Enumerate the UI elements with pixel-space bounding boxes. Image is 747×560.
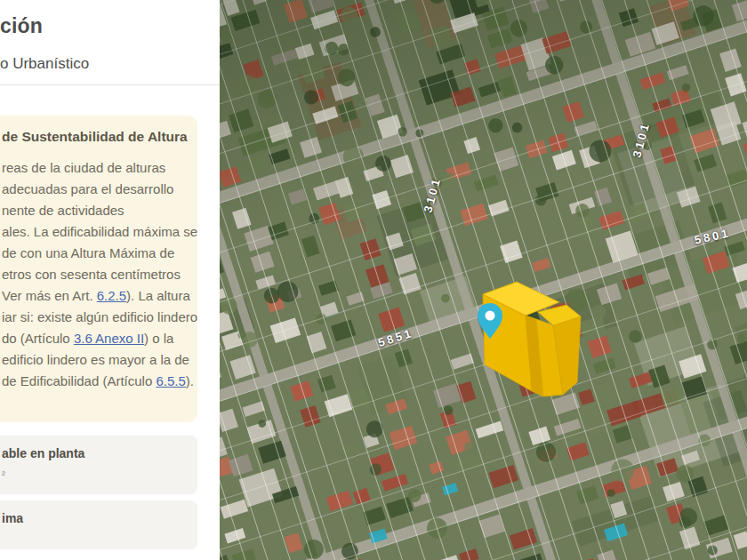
info-card-line: edificio lindero es mayor a la de [2, 349, 190, 371]
text-fragment: adecuadas para el desarrollo [2, 181, 173, 196]
text-fragment: iar si: existe algún edificio lindero [2, 309, 197, 324]
stat-card-max-height: ima [0, 500, 197, 549]
stat-label: able en planta [2, 446, 84, 460]
info-card-line: etros con sesenta centímetros [2, 264, 190, 285]
article-link[interactable]: 6.5.5 [156, 373, 185, 388]
info-card-line: adecuadas para el desarrollo [2, 179, 190, 200]
text-fragment: reas de la ciudad de alturas [2, 160, 165, 175]
text-fragment: do (Artículo [2, 331, 74, 346]
text-fragment: de Edificabilidad (Artículo [2, 373, 156, 388]
text-fragment: Ver más en Art. [2, 288, 97, 303]
text-fragment: de con una Altura Máxima de [2, 245, 174, 260]
map-pin-dot [486, 311, 495, 321]
application-window: ción o Urbanístico de Sustentabilidad de… [0, 0, 747, 560]
info-card-line: reas de la ciudad de alturas [2, 157, 190, 179]
info-card-line: do (Artículo 3.6 Anexo II) o la [2, 328, 190, 349]
info-card-line: nente de actividades [2, 200, 190, 221]
article-link[interactable]: 6.2.5 [97, 288, 126, 303]
info-card-text: reas de la ciudad de alturasadecuadas pa… [2, 157, 190, 392]
page-subtitle: o Urbanístico [0, 55, 89, 73]
stat-card-buildable-area: able en planta ² [0, 436, 197, 494]
stat-label: ima [2, 511, 23, 525]
text-fragment: ). La altura [126, 288, 190, 303]
text-fragment: etros con sesenta centímetros [2, 267, 181, 282]
map-canvas[interactable]: 3101310158515801 [220, 0, 747, 560]
info-card-line: de Edificabilidad (Artículo 6.5.5). [2, 371, 190, 392]
text-fragment: ) o la [144, 331, 173, 346]
info-card-line: iar si: existe algún edificio lindero [2, 307, 190, 328]
article-link[interactable]: 3.6 Anexo II [74, 331, 144, 346]
info-card-line: ales. La edificabilidad máxima se [2, 221, 190, 243]
zoning-info-card: de Sustentabilidad de Altura reas de la … [0, 116, 197, 422]
info-card-line: de con una Altura Máxima de [2, 243, 190, 264]
info-card-line: Ver más en Art. 6.2.5). La altura [2, 285, 190, 307]
text-fragment: ). [186, 373, 194, 388]
text-fragment: edificio lindero es mayor a la de [2, 352, 189, 367]
aerial-imagery-texture [220, 0, 747, 560]
header-divider [0, 84, 220, 85]
left-panel: ción o Urbanístico de Sustentabilidad de… [0, 0, 220, 560]
stat-value: ² [2, 469, 190, 480]
text-fragment: ales. La edificabilidad máxima se [2, 224, 197, 239]
page-title: ción [0, 14, 43, 38]
info-card-title: de Sustentabilidad de Altura [2, 129, 190, 145]
text-fragment: nente de actividades [2, 203, 124, 218]
